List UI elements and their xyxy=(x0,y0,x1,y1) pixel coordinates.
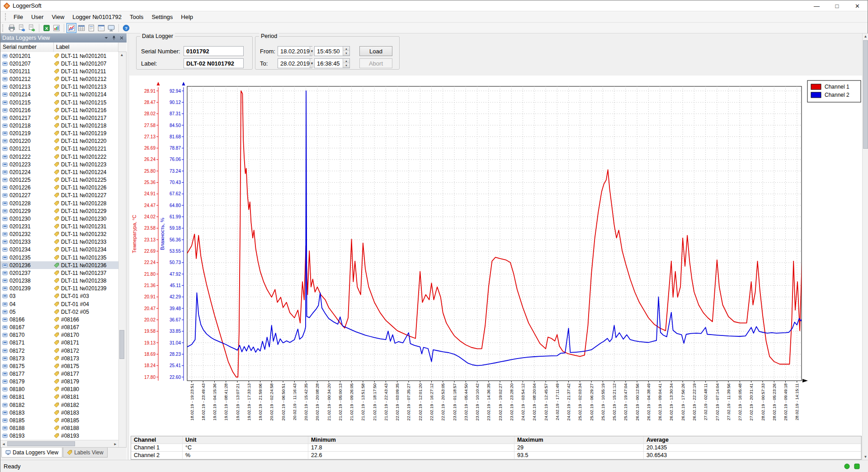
export-list-icon[interactable] xyxy=(27,23,37,33)
menu-item-settings[interactable]: Settings xyxy=(147,12,177,22)
time-spinner[interactable]: ▲▼ xyxy=(343,47,349,56)
close-icon[interactable] xyxy=(118,35,125,41)
tab-labels-view[interactable]: Labels View xyxy=(63,448,108,458)
logger-row[interactable]: 0201228DLT-11 №0201228 xyxy=(0,199,118,207)
table-view-icon[interactable] xyxy=(76,23,86,33)
logger-row[interactable]: 0201216DLT-11 №0201216 xyxy=(0,106,118,114)
pin-icon[interactable] xyxy=(110,35,117,41)
excel-export-icon[interactable]: X xyxy=(42,23,52,33)
form-view-icon[interactable] xyxy=(96,23,106,33)
chevron-down-icon[interactable] xyxy=(103,35,109,41)
load-button[interactable]: Load xyxy=(359,46,392,56)
logger-row[interactable]: 0201227DLT-11 №0201227 xyxy=(0,192,118,199)
logger-row[interactable]: 08183#08183 xyxy=(0,409,118,416)
logger-row[interactable]: 0201235DLT-11 №0201235 xyxy=(0,254,118,261)
logger-row[interactable]: 08188#08188 xyxy=(0,425,118,432)
spin-down-icon[interactable]: ▼ xyxy=(343,63,349,68)
time-spinner[interactable]: ▲▼ xyxy=(343,59,349,68)
menu-item-tools[interactable]: Tools xyxy=(126,12,147,22)
logger-row[interactable]: 0201221DLT-11 №0201221 xyxy=(0,145,118,153)
export-doc-icon[interactable] xyxy=(17,23,27,33)
logger-row[interactable]: 0201218DLT-11 №0201218 xyxy=(0,122,118,129)
logger-row[interactable]: 04DLT-01 #04 xyxy=(0,300,118,308)
logger-row[interactable]: 08166#08166 xyxy=(0,316,118,323)
scroll-up-arrow[interactable]: ▲ xyxy=(863,33,868,39)
logger-row[interactable]: 0201231DLT-11 №0201231 xyxy=(0,222,118,230)
logger-row[interactable]: 08179#08179 xyxy=(0,378,118,386)
logger-row[interactable]: 0201233DLT-11 №0201233 xyxy=(0,238,118,246)
logger-row[interactable]: 0201214DLT-11 №0201214 xyxy=(0,91,118,99)
line-chart-view-icon[interactable] xyxy=(66,23,76,33)
logger-row[interactable]: 08173#08173 xyxy=(0,354,118,362)
logger-row[interactable]: 08171#08171 xyxy=(0,339,118,347)
logger-row[interactable]: 08181#08181 xyxy=(0,393,118,401)
minimize-button[interactable]: — xyxy=(807,0,827,11)
column-header-serial[interactable]: Serial number xyxy=(0,42,54,52)
scrollbar-thumb[interactable] xyxy=(7,441,75,446)
logger-row[interactable]: 0201237DLT-11 №0201237 xyxy=(0,269,118,277)
report-view-icon[interactable] xyxy=(86,23,96,33)
printer-icon[interactable] xyxy=(7,23,17,33)
close-button[interactable]: ✕ xyxy=(847,0,868,11)
scroll-right-arrow[interactable]: ► xyxy=(112,441,118,447)
from-date-field[interactable]: 18.02.2019 ▼ xyxy=(278,46,312,56)
to-time-field[interactable]: 16:38:45 ▲▼ xyxy=(314,58,350,68)
column-header-label[interactable]: Label xyxy=(54,42,118,52)
logger-row[interactable]: 08193#08193 xyxy=(0,432,118,440)
logger-row[interactable]: 03DLT-01 #03 xyxy=(0,293,118,300)
logger-row[interactable]: 0201212DLT-11 №0201212 xyxy=(0,75,118,83)
logger-row[interactable]: 0201213DLT-11 №0201213 xyxy=(0,83,118,91)
logger-row[interactable]: 08177#08177 xyxy=(0,370,118,378)
monitor-view-icon[interactable] xyxy=(106,23,116,33)
logger-row[interactable]: 0201229DLT-11 №0201229 xyxy=(0,207,118,215)
logger-row[interactable]: 0201211DLT-11 №0201211 xyxy=(0,67,118,75)
logger-row[interactable]: 0201223DLT-11 №0201223 xyxy=(0,160,118,168)
logger-row[interactable]: 0201207DLT-11 №0201207 xyxy=(0,60,118,67)
logger-row[interactable]: 0201234DLT-11 №0201234 xyxy=(0,246,118,254)
scroll-down-arrow[interactable]: ▼ xyxy=(863,454,868,460)
tab-data-loggers-view[interactable]: Data Loggers View xyxy=(1,448,62,458)
calendar-dropdown-icon[interactable]: ▼ xyxy=(310,47,314,56)
logger-row[interactable]: 05DLT-02 #05 xyxy=(0,308,118,316)
abort-button[interactable]: Abort xyxy=(359,58,392,68)
logger-row[interactable]: 08180#08180 xyxy=(0,386,118,393)
menu-item-user[interactable]: User xyxy=(27,12,47,22)
scrollbar-thumb[interactable] xyxy=(863,40,868,149)
logger-row[interactable]: 0201232DLT-11 №0201232 xyxy=(0,231,118,238)
menu-item-logger-0101792[interactable]: Logger №0101792 xyxy=(68,12,126,22)
menu-item-file[interactable]: File xyxy=(9,12,27,22)
logger-row[interactable]: 0201201DLT-11 №0201201 xyxy=(0,52,118,60)
logger-row[interactable]: 0201239DLT-11 №0201239 xyxy=(0,285,118,293)
scrollbar-thumb[interactable] xyxy=(119,330,124,359)
logger-row[interactable]: 08167#08167 xyxy=(0,323,118,331)
spin-down-icon[interactable]: ▼ xyxy=(343,51,349,56)
scroll-up-arrow[interactable]: ▲ xyxy=(119,52,125,58)
menu-item-view[interactable]: View xyxy=(47,12,68,22)
logger-row[interactable]: 0201225DLT-11 №0201225 xyxy=(0,176,118,184)
logger-row[interactable]: 08182#08182 xyxy=(0,401,118,409)
calendar-dropdown-icon[interactable]: ▼ xyxy=(310,59,314,68)
logger-row[interactable]: 0201226DLT-11 №0201226 xyxy=(0,184,118,192)
chart-export-icon[interactable] xyxy=(52,23,61,33)
chart[interactable]: 18.02.19 - 19:23:5118.02.19 - 23:49:4319… xyxy=(130,76,864,434)
logger-row[interactable]: 0201236DLT-11 №0201236 xyxy=(0,261,118,269)
logger-row[interactable]: 0201220DLT-11 №0201220 xyxy=(0,137,118,145)
scroll-left-arrow[interactable]: ◄ xyxy=(0,441,7,447)
serial-number-field[interactable]: 0101792 xyxy=(184,46,244,56)
logger-row[interactable]: 0201230DLT-11 №0201230 xyxy=(0,215,118,222)
logger-row[interactable]: 08185#08185 xyxy=(0,416,118,424)
from-time-field[interactable]: 15:45:50 ▲▼ xyxy=(314,46,350,56)
logger-row[interactable]: 0201222DLT-11 №0201222 xyxy=(0,153,118,160)
logger-row[interactable]: 0201217DLT-11 №0201217 xyxy=(0,114,118,122)
spin-up-icon[interactable]: ▲ xyxy=(343,59,349,63)
menu-item-help[interactable]: Help xyxy=(177,12,197,22)
logger-label-field[interactable]: DLT-02 N0101792 xyxy=(184,58,244,68)
logger-row[interactable]: 08170#08170 xyxy=(0,331,118,339)
logger-row[interactable]: 0201224DLT-11 №0201224 xyxy=(0,168,118,176)
spin-up-icon[interactable]: ▲ xyxy=(343,47,349,51)
logger-row[interactable]: 08175#08175 xyxy=(0,362,118,370)
maximize-button[interactable]: □ xyxy=(827,0,847,11)
logger-row[interactable]: 08172#08172 xyxy=(0,347,118,354)
to-date-field[interactable]: 28.02.2019 ▼ xyxy=(278,58,312,68)
help-icon[interactable]: ? xyxy=(121,23,131,33)
